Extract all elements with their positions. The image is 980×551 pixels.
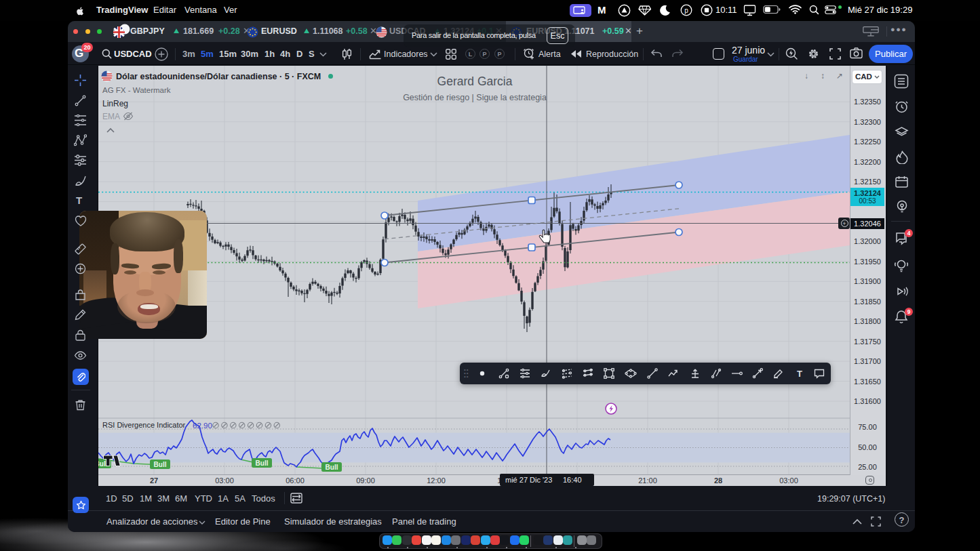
svg-text:Bull: Bull (326, 464, 338, 471)
svg-text:28: 28 (714, 476, 722, 485)
svg-text:03:00: 03:00 (779, 476, 798, 485)
svg-text:27: 27 (150, 476, 158, 485)
svg-text:mié 27 Dic '23: mié 27 Dic '23 (505, 476, 552, 484)
svg-text:RSI Divergence Indicator: RSI Divergence Indicator (102, 421, 186, 429)
svg-text:21:00: 21:00 (638, 476, 657, 485)
svg-text:06:00: 06:00 (286, 476, 305, 485)
svg-text:Bull: Bull (256, 460, 269, 467)
svg-text:09:00: 09:00 (356, 476, 375, 485)
svg-text:62.90: 62.90 (193, 422, 212, 430)
svg-text:12:00: 12:00 (427, 476, 446, 485)
svg-text:16:40: 16:40 (563, 476, 582, 484)
svg-text:T: T (797, 369, 802, 379)
svg-text:Bull: Bull (154, 461, 167, 468)
svg-text:p: p (684, 7, 688, 14)
svg-text:03:00: 03:00 (215, 476, 234, 485)
